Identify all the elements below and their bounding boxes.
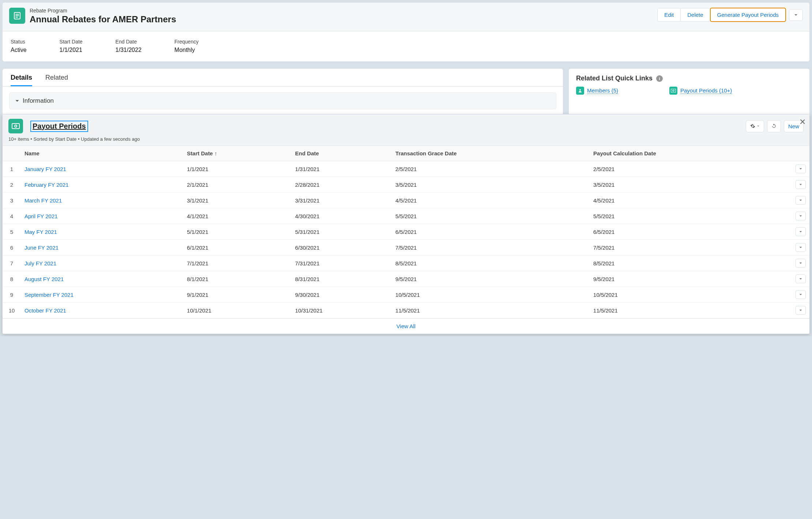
- cell-calc: 2/5/2021: [590, 161, 792, 177]
- cell-grace: 6/5/2021: [392, 224, 590, 240]
- view-all-link[interactable]: View All: [3, 318, 809, 334]
- cell-start: 7/1/2021: [183, 255, 292, 271]
- row-actions-button[interactable]: [796, 196, 806, 205]
- tab-details[interactable]: Details: [11, 74, 32, 86]
- row-actions-button[interactable]: [796, 290, 806, 299]
- refresh-button[interactable]: [767, 120, 781, 132]
- chevron-down-icon: [799, 308, 802, 312]
- cell-start: 5/1/2021: [183, 224, 292, 240]
- payout-periods-panel: ✕ Payout Periods New 10+ items •: [2, 114, 810, 334]
- cell-calc: 6/5/2021: [590, 224, 792, 240]
- field-value: Active: [11, 47, 27, 53]
- period-name-link[interactable]: January FY 2021: [25, 166, 66, 172]
- svg-point-5: [15, 125, 17, 127]
- details-panel: Details Related Information: [2, 68, 563, 115]
- cell-end: 2/28/2021: [292, 177, 392, 193]
- cell-end: 10/31/2021: [292, 303, 392, 318]
- cell-start: 1/1/2021: [183, 161, 292, 177]
- table-row: 9September FY 20219/1/20219/30/202110/5/…: [3, 287, 809, 303]
- cell-end: 1/31/2021: [292, 161, 392, 177]
- record-type: Rebate Program: [30, 8, 176, 14]
- period-name-link[interactable]: April FY 2021: [25, 213, 58, 219]
- table-row: 6June FY 20216/1/20216/30/20217/5/20217/…: [3, 240, 809, 255]
- close-icon[interactable]: ✕: [799, 117, 806, 127]
- cell-end: 4/30/2021: [292, 208, 392, 224]
- chevron-down-icon: [15, 98, 20, 103]
- cell-start: 4/1/2021: [183, 208, 292, 224]
- row-actions-button[interactable]: [796, 274, 806, 283]
- members-link[interactable]: Members (5): [587, 87, 618, 94]
- tab-related[interactable]: Related: [45, 74, 68, 86]
- chevron-down-icon: [799, 293, 802, 296]
- row-actions-button[interactable]: [796, 243, 806, 252]
- svg-rect-2: [671, 89, 676, 92]
- chevron-down-icon: [799, 167, 802, 171]
- table-row: 5May FY 20215/1/20215/31/20216/5/20216/5…: [3, 224, 809, 240]
- payout-periods-link[interactable]: Payout Periods (10+): [680, 87, 732, 94]
- cell-end: 7/31/2021: [292, 255, 392, 271]
- row-number: 5: [3, 224, 21, 240]
- period-name-link[interactable]: May FY 2021: [25, 229, 57, 235]
- cell-calc: 5/5/2021: [590, 208, 792, 224]
- row-actions-button[interactable]: [796, 212, 806, 220]
- row-actions-button[interactable]: [796, 259, 806, 268]
- chevron-down-icon: [799, 261, 802, 265]
- cell-calc: 3/5/2021: [590, 177, 792, 193]
- chevron-down-icon: [799, 246, 802, 249]
- col-start-date[interactable]: Start Date ↑: [183, 146, 292, 161]
- row-number: 10: [3, 303, 21, 318]
- field-label: End Date: [116, 39, 142, 45]
- cell-calc: 7/5/2021: [590, 240, 792, 255]
- payout-periods-title[interactable]: Payout Periods: [32, 122, 87, 130]
- edit-button[interactable]: Edit: [657, 8, 681, 22]
- cell-grace: 9/5/2021: [392, 271, 590, 287]
- members-icon: [576, 87, 584, 95]
- field-value: 1/31/2022: [116, 47, 142, 53]
- cell-start: 3/1/2021: [183, 193, 292, 208]
- period-name-link[interactable]: June FY 2021: [25, 245, 59, 251]
- row-actions-button[interactable]: [796, 227, 806, 236]
- row-number: 3: [3, 193, 21, 208]
- generate-payout-periods-button[interactable]: Generate Payout Periods: [710, 8, 786, 22]
- period-name-link[interactable]: September FY 2021: [25, 292, 74, 298]
- payout-periods-table: Name Start Date ↑ End Date Transaction G…: [3, 145, 809, 318]
- chevron-down-icon: [799, 214, 802, 218]
- period-name-link[interactable]: October FY 2021: [25, 307, 66, 314]
- period-name-link[interactable]: August FY 2021: [25, 276, 64, 282]
- related-quick-links-panel: Related List Quick Links i Members (5) P…: [568, 68, 810, 115]
- cell-grace: 4/5/2021: [392, 193, 590, 208]
- table-row: 2February FY 20212/1/20212/28/20213/5/20…: [3, 177, 809, 193]
- chevron-down-icon: [799, 198, 802, 202]
- period-name-link[interactable]: February FY 2021: [25, 182, 69, 188]
- row-actions-button[interactable]: [796, 180, 806, 189]
- cell-end: 8/31/2021: [292, 271, 392, 287]
- table-row: 10October FY 202110/1/202110/31/202111/5…: [3, 303, 809, 318]
- related-quick-links-title: Related List Quick Links: [576, 75, 653, 82]
- field-label: Status: [11, 39, 27, 45]
- settings-button[interactable]: [746, 120, 764, 132]
- chevron-down-icon: [799, 230, 802, 234]
- col-name[interactable]: Name: [21, 146, 183, 161]
- info-icon[interactable]: i: [656, 75, 663, 82]
- table-row: 8August FY 20218/1/20218/31/20219/5/2021…: [3, 271, 809, 287]
- row-actions-button[interactable]: [796, 306, 806, 315]
- col-end-date[interactable]: End Date: [292, 146, 392, 161]
- period-name-link[interactable]: July FY 2021: [25, 260, 56, 266]
- cell-start: 8/1/2021: [183, 271, 292, 287]
- period-name-link[interactable]: March FY 2021: [25, 197, 62, 204]
- row-number: 2: [3, 177, 21, 193]
- section-information[interactable]: Information: [9, 92, 556, 109]
- chevron-down-icon: [794, 13, 798, 17]
- cell-start: 2/1/2021: [183, 177, 292, 193]
- field-value: Monthly: [174, 47, 199, 53]
- arrow-up-icon: ↑: [214, 150, 217, 156]
- cell-grace: 8/5/2021: [392, 255, 590, 271]
- col-grace-date[interactable]: Transaction Grace Date: [392, 146, 590, 161]
- cell-grace: 2/5/2021: [392, 161, 590, 177]
- col-calc-date[interactable]: Payout Calculation Date: [590, 146, 792, 161]
- delete-button[interactable]: Delete: [681, 8, 710, 22]
- row-actions-button[interactable]: [796, 164, 806, 173]
- field-value: 1/1/2021: [60, 47, 83, 53]
- row-number: 1: [3, 161, 21, 177]
- more-actions-button[interactable]: [789, 9, 803, 21]
